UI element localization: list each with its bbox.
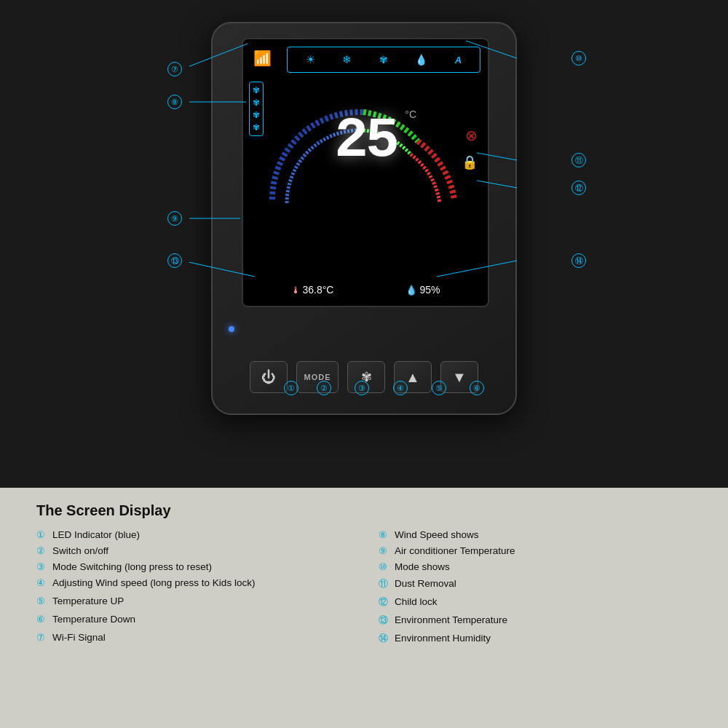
temperature-display: °C 25 xyxy=(307,112,424,169)
desc-text: Environment Temperature xyxy=(395,614,507,625)
sensor-readings: 🌡 36.8°C 💧 95% xyxy=(243,284,488,296)
temp-unit-label: °C xyxy=(405,108,416,120)
desc-item: ③Mode Switching (long press to reset) xyxy=(36,561,349,572)
anno-10: ⑩ xyxy=(571,51,586,66)
anno-14: ⑭ xyxy=(571,253,586,268)
desc-num: ⑪ xyxy=(379,577,392,590)
desc-text: Mode Switching (long press to reset) xyxy=(52,561,212,572)
anno-4: ④ xyxy=(393,381,408,395)
desc-item: ①LED Indicator (blue) xyxy=(36,529,349,540)
anno-12: ⑫ xyxy=(571,181,586,195)
desc-text: Environment Humidity xyxy=(395,633,491,644)
desc-text: Dust Removal xyxy=(395,578,456,589)
wifi-icon: 📶 xyxy=(253,50,272,67)
anno-11: ⑪ xyxy=(571,153,586,167)
descriptions-grid: ①LED Indicator (blue)⑧Wind Speed shows②S… xyxy=(36,529,692,645)
desc-item: ⑨Air conditioner Temperature xyxy=(379,545,692,556)
mode-snow-icon: ❄ xyxy=(342,53,352,66)
desc-text: LED Indicator (blue) xyxy=(52,529,140,540)
anno-5: ⑤ xyxy=(432,381,446,395)
desc-item: ⑦Wi-Fi Signal xyxy=(36,632,349,645)
child-lock-icon: 🔒 xyxy=(462,154,478,170)
humidity-icon: 💧 xyxy=(405,285,417,296)
desc-num: ⑧ xyxy=(379,529,392,540)
anno-8: ⑧ xyxy=(167,95,182,109)
screen: 📶 ☀ ❄ ✾ 💧 A ✾ ✾ ✾ ✾ xyxy=(242,38,489,307)
screen-display-title: The Screen Display xyxy=(36,502,692,519)
desc-num: ② xyxy=(36,545,50,556)
led-indicator xyxy=(229,326,234,332)
anno-13: ⑬ xyxy=(167,253,182,268)
mode-auto-icon: A xyxy=(455,55,462,66)
desc-num: ⑭ xyxy=(379,632,392,645)
desc-num: ⑦ xyxy=(36,632,50,643)
description-section: The Screen Display ①LED Indicator (blue)… xyxy=(0,488,728,728)
mode-drop-icon: 💧 xyxy=(415,54,427,66)
anno-3: ③ xyxy=(355,381,369,395)
desc-item: ④Adjusting Wind speed (long press to Kid… xyxy=(36,577,349,590)
anno-2: ② xyxy=(317,381,331,395)
desc-item: ②Switch on/off xyxy=(36,545,349,556)
desc-item: ⑫Child lock xyxy=(379,596,692,609)
desc-item: ⑤Temperature UP xyxy=(36,596,349,609)
desc-num: ③ xyxy=(36,561,50,572)
desc-text: Temperature UP xyxy=(52,596,124,606)
desc-num: ④ xyxy=(36,577,50,588)
mode-fan-icon: ✾ xyxy=(379,54,388,66)
desc-num: ⑩ xyxy=(379,561,392,572)
desc-item: ⑪Dust Removal xyxy=(379,577,692,590)
desc-text: Switch on/off xyxy=(52,545,108,556)
desc-text: Air conditioner Temperature xyxy=(395,545,515,556)
env-temp-reading: 🌡 36.8°C xyxy=(291,284,334,296)
desc-text: Temperature Down xyxy=(52,614,135,625)
desc-num: ⑥ xyxy=(36,614,50,625)
power-button[interactable]: ⏻ xyxy=(250,361,288,393)
device-area: 📶 ☀ ❄ ✾ 💧 A ✾ ✾ ✾ ✾ xyxy=(189,22,539,495)
desc-text: Child lock xyxy=(395,596,438,607)
desc-text: Wi-Fi Signal xyxy=(52,632,106,643)
mode-sun-icon: ☀ xyxy=(306,53,315,66)
env-temp-value: 36.8°C xyxy=(303,284,334,296)
desc-num: ① xyxy=(36,529,50,540)
desc-text: Wind Speed shows xyxy=(395,529,479,540)
device-body: 📶 ☀ ❄ ✾ 💧 A ✾ ✾ ✾ ✾ xyxy=(211,22,517,415)
desc-item: ⑩Mode shows xyxy=(379,561,692,572)
desc-num: ⑤ xyxy=(36,596,50,606)
anno-6: ⑥ xyxy=(470,381,484,395)
anno-1: ① xyxy=(284,381,298,395)
desc-num: ⑫ xyxy=(379,596,392,609)
desc-item: ⑧Wind Speed shows xyxy=(379,529,692,540)
desc-num: ⑨ xyxy=(379,545,392,556)
desc-text: Adjusting Wind speed (long press to Kids… xyxy=(52,577,255,588)
desc-item: ⑭Environment Humidity xyxy=(379,632,692,645)
desc-item: ⑥Temperature Down xyxy=(36,614,349,627)
thermometer-icon: 🌡 xyxy=(291,285,301,296)
env-humidity-value: 95% xyxy=(419,284,440,296)
desc-num: ⑬ xyxy=(379,614,392,627)
dust-removal-icon: ⊗ xyxy=(465,127,478,144)
mode-icons-bar: ☀ ❄ ✾ 💧 A xyxy=(287,47,480,73)
env-humidity-reading: 💧 95% xyxy=(405,284,440,296)
desc-item: ⑬Environment Temperature xyxy=(379,614,692,627)
temperature-value: 25 xyxy=(334,108,397,173)
desc-text: Mode shows xyxy=(395,561,450,572)
anno-9: ⑨ xyxy=(167,211,182,226)
anno-7: ⑦ xyxy=(167,62,182,76)
